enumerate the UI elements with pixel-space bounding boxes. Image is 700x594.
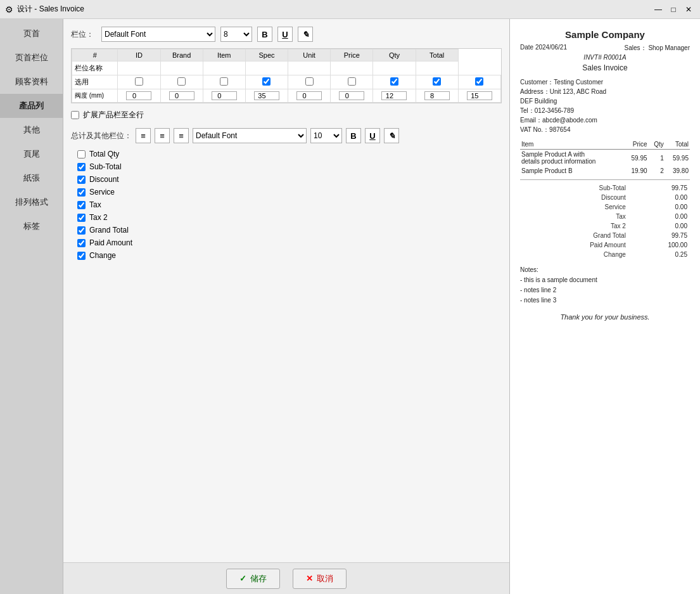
col-name-item (203, 61, 245, 75)
align-right-button[interactable]: ≡ (174, 128, 189, 143)
checkbox-tax2: Tax 2 (77, 213, 502, 222)
receipt-product-1-name: Sample Product A with details product in… (520, 150, 623, 167)
receipt-product-1-qty: 1 (649, 150, 665, 167)
align-left-button[interactable]: ≡ (136, 128, 151, 143)
receipt-divider (520, 179, 690, 180)
totals-bold-button[interactable]: B (346, 128, 361, 143)
threshold-id[interactable] (169, 91, 194, 100)
receipt-vat: VAT No.：987654 (520, 125, 690, 134)
sidebar-item-layout[interactable]: 排列格式 (0, 190, 63, 214)
label-change: Change (89, 251, 116, 260)
sidebar: 页首 页首栏位 顾客资料 產品列 其他 頁尾 紙張 排列格式 标签 (0, 19, 63, 594)
checkbox-paid-amount: Paid Amount (77, 238, 502, 247)
receipt-thank-you: Thank you for your business. (520, 313, 690, 321)
threshold-brand[interactable] (212, 91, 237, 100)
totals-toolbar: 总计及其他栏位： ≡ ≡ ≡ Default Font 10 B U ✎ (71, 128, 502, 143)
sidebar-item-paper[interactable]: 紙張 (0, 166, 63, 190)
app-icon: ⚙ (5, 4, 13, 15)
receipt-date: Date 2024/06/21 (520, 44, 567, 53)
close-button[interactable]: ✕ (682, 3, 695, 16)
check-paid-amount[interactable] (77, 239, 86, 247)
receipt-notes-title: Notes: (520, 265, 690, 275)
col-header-item: Item (203, 49, 245, 61)
column-size-select[interactable]: 8 (220, 27, 252, 42)
row-col-name: 栏位名称 (72, 61, 501, 75)
receipt-product-row-2: Sample Product B 19.90 2 39.80 (520, 166, 690, 176)
threshold-unit[interactable] (339, 91, 364, 100)
save-button[interactable]: ✓ 储存 (226, 569, 280, 589)
align-center-button[interactable]: ≡ (155, 128, 170, 143)
label-tax: Tax (89, 200, 101, 209)
sidebar-item-label[interactable]: 标签 (0, 214, 63, 238)
receipt-product-2-total: 39.80 (665, 166, 690, 176)
select-total[interactable] (475, 77, 483, 86)
select-qty[interactable] (433, 77, 441, 86)
label-total-qty: Total Qty (89, 150, 119, 158)
expand-checkbox[interactable] (71, 111, 79, 119)
sidebar-item-page-header[interactable]: 页首 (0, 22, 63, 46)
column-font-select[interactable]: Default Font (101, 27, 215, 42)
column-edit-button[interactable]: ✎ (298, 27, 313, 42)
sidebar-item-product-list[interactable]: 產品列 (0, 94, 63, 118)
sidebar-item-page-footer[interactable]: 頁尾 (0, 142, 63, 166)
checkbox-change: Change (77, 251, 502, 260)
check-discount[interactable] (77, 176, 86, 184)
window-title: 设计 - Sales Invoice (17, 4, 652, 15)
title-bar: ⚙ 设计 - Sales Invoice — □ ✕ (0, 0, 700, 19)
column-bold-button[interactable]: B (257, 27, 272, 42)
select-unit[interactable] (348, 77, 356, 86)
threshold-price[interactable] (381, 91, 407, 100)
label-grand-total: Grand Total (89, 226, 129, 235)
maximize-button[interactable]: □ (667, 3, 680, 16)
check-change[interactable] (77, 252, 86, 260)
check-tax[interactable] (77, 201, 86, 209)
col-header-price: Price (331, 49, 373, 61)
col-name-brand (160, 61, 203, 75)
receipt-product-row-1: Sample Product A with details product in… (520, 150, 690, 167)
sidebar-item-header-columns[interactable]: 页首栏位 (0, 46, 63, 70)
select-brand[interactable] (220, 77, 228, 86)
sidebar-item-other[interactable]: 其他 (0, 118, 63, 142)
row-threshold: 阀度 (mm) (72, 89, 501, 103)
label-sub-total: Sub-Total (89, 162, 122, 171)
select-hash[interactable] (135, 77, 143, 86)
select-id[interactable] (177, 77, 186, 86)
receipt-totals-table: Sub-Total99.75Discount0.00Service0.00Tax… (520, 183, 690, 260)
receipt-total-row-2: Service0.00 (521, 203, 689, 211)
totals-underline-button[interactable]: U (365, 128, 380, 143)
expand-row: 扩展产品栏至全行 (71, 110, 502, 120)
col-header-spec: Spec (245, 49, 288, 61)
totals-edit-button[interactable]: ✎ (384, 128, 399, 143)
window-controls: — □ ✕ (652, 3, 695, 16)
checkbox-total-qty: Total Qty (77, 150, 502, 158)
column-underline-button[interactable]: U (277, 27, 293, 42)
receipt-note-1: - this is a sample document (520, 275, 690, 285)
threshold-item[interactable] (254, 91, 279, 100)
receipt-products-table: Item Price Qty Total Sample Product A wi… (520, 139, 690, 176)
check-tax2[interactable] (77, 214, 86, 222)
threshold-total[interactable] (467, 91, 492, 100)
check-service[interactable] (77, 188, 86, 197)
content-main: 栏位： Default Font 8 B U ✎ # ID (63, 19, 509, 562)
checkbox-service: Service (77, 188, 502, 197)
check-grand-total[interactable] (77, 226, 86, 235)
select-price[interactable] (390, 77, 398, 86)
totals-font-select[interactable]: Default Font (193, 128, 307, 143)
checkbox-grand-total: Grand Total (77, 226, 502, 235)
receipt-total-row-6: Paid Amount100.00 (521, 241, 689, 249)
select-spec[interactable] (305, 77, 314, 86)
cancel-button[interactable]: ✕ 取消 (293, 569, 347, 589)
label-service: Service (89, 188, 115, 197)
sidebar-item-customer-info[interactable]: 顾客资料 (0, 70, 63, 94)
select-item[interactable] (262, 77, 270, 86)
threshold-qty[interactable] (424, 91, 450, 100)
totals-size-select[interactable]: 10 (310, 128, 342, 143)
label-paid-amount: Paid Amount (89, 238, 132, 247)
check-total-qty[interactable] (77, 150, 86, 158)
minimize-button[interactable]: — (652, 3, 665, 16)
threshold-hash[interactable] (126, 91, 151, 100)
threshold-spec[interactable] (296, 91, 322, 100)
check-sub-total[interactable] (77, 163, 86, 171)
checkbox-discount: Discount (77, 175, 502, 184)
receipt-total-row-4: Tax 20.00 (521, 222, 689, 230)
